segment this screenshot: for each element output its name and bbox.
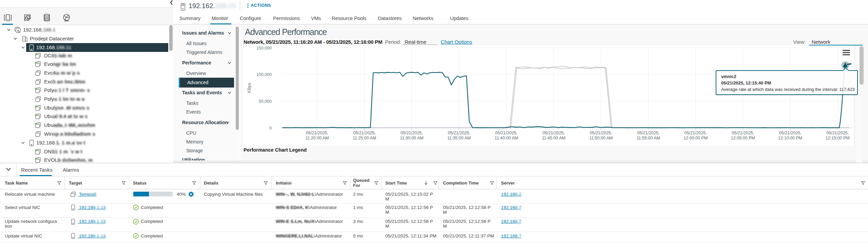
svg-text:05/21/2025,: 05/21/2025, <box>401 131 423 135</box>
svg-text:100,000: 100,000 <box>256 72 272 77</box>
svg-text:12:00:00 PM: 12:00:00 PM <box>683 136 708 140</box>
svg-text:11:20:00 AM: 11:20:00 AM <box>305 136 329 140</box>
svg-text:12:15:00 PM: 12:15:00 PM <box>826 136 850 140</box>
svg-text:05/21/2025,: 05/21/2025, <box>306 131 328 135</box>
svg-text:05/21/2025,: 05/21/2025, <box>732 131 754 135</box>
svg-text:05/21/2025,: 05/21/2025, <box>542 131 565 135</box>
svg-text:11:35:00 AM: 11:35:00 AM <box>447 136 471 140</box>
svg-text:05/21/2025,: 05/21/2025, <box>448 131 470 135</box>
svg-text:12:05:00 PM: 12:05:00 PM <box>731 136 755 140</box>
svg-text:11:30:00 AM: 11:30:00 AM <box>400 136 423 140</box>
svg-text:12:10:00 PM: 12:10:00 PM <box>778 136 802 140</box>
svg-text:05/21/2025,: 05/21/2025, <box>495 131 518 135</box>
svg-text:11:45:00 AM: 11:45:00 AM <box>542 136 565 140</box>
svg-text:05/21/2025,: 05/21/2025, <box>590 131 612 135</box>
svg-text:KBps: KBps <box>247 83 252 93</box>
svg-text:11:50:00 AM: 11:50:00 AM <box>589 136 613 140</box>
svg-text:50,000: 50,000 <box>259 99 272 104</box>
svg-text:05/21/2025,: 05/21/2025, <box>684 131 707 135</box>
svg-text:0: 0 <box>269 126 272 131</box>
svg-text:05/21/2025,: 05/21/2025, <box>353 131 375 135</box>
svg-text:11:55:00 AM: 11:55:00 AM <box>637 136 660 140</box>
svg-text:05/21/2025,: 05/21/2025, <box>826 131 849 135</box>
svg-text:150,000: 150,000 <box>256 46 272 51</box>
svg-text:05/21/2025,: 05/21/2025, <box>779 131 802 135</box>
svg-text:11:25:00 AM: 11:25:00 AM <box>353 136 376 140</box>
svg-text:05/21/2025,: 05/21/2025, <box>637 131 659 135</box>
svg-text:11:40:00 AM: 11:40:00 AM <box>495 136 518 140</box>
